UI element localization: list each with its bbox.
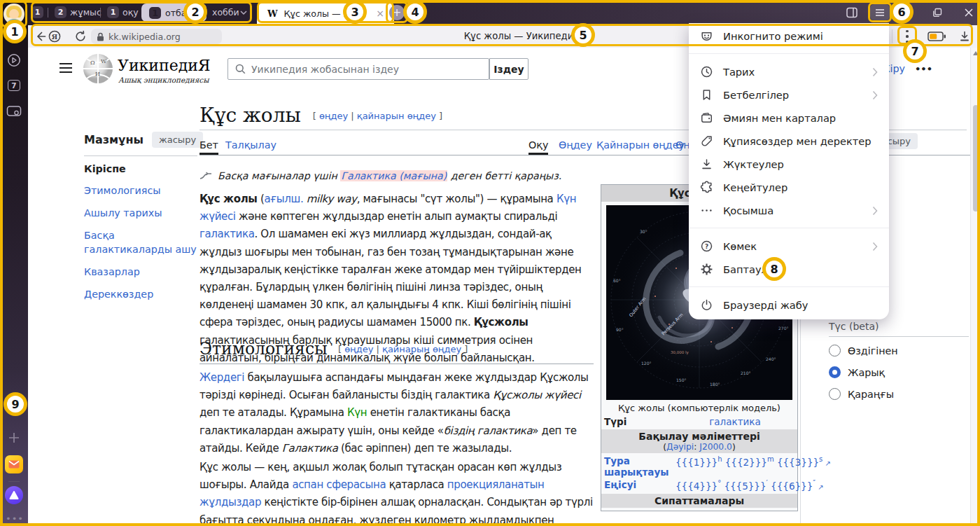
radio-icon[interactable] — [829, 388, 841, 400]
wikipedia-logo-globe[interactable]: Ω W И — [81, 53, 115, 85]
svg-text:180°: 180° — [710, 382, 720, 387]
tab-edit[interactable]: Өңдеу — [559, 139, 592, 151]
tab-close-icon[interactable]: × — [376, 8, 384, 19]
tab-group-3-count[interactable]: 1 — [107, 6, 119, 18]
battery-saver-icon[interactable] — [927, 32, 946, 41]
menu-item-history[interactable]: Тарих — [689, 60, 889, 83]
annotation-circle-3: 3 — [343, 0, 367, 24]
tab-group-2-label[interactable]: жұмыс — [70, 7, 102, 18]
svg-text:90°: 90° — [616, 327, 624, 332]
restore-window-icon[interactable] — [932, 7, 943, 18]
new-tab-button[interactable]: + — [389, 5, 405, 20]
back-icon[interactable] — [34, 29, 48, 43]
toc-hide-button[interactable]: жасыру — [152, 132, 203, 148]
svg-text:120°: 120° — [641, 361, 651, 366]
sidebar-add-icon[interactable] — [8, 431, 20, 444]
tab-edit-source[interactable]: Қайнарын өңдеу — [596, 139, 685, 151]
refresh-icon[interactable] — [74, 29, 88, 43]
toc-item-intro[interactable]: Кіріспе — [84, 163, 197, 174]
menu-item-wallet[interactable]: Әмиян мен карталар — [689, 106, 889, 130]
toc-item[interactable]: Басқа галактикаларды ашу — [84, 228, 197, 256]
menu-item-help[interactable]: ? Көмек — [689, 235, 889, 258]
downloads-toolbar-icon[interactable] — [958, 29, 972, 43]
svg-text:30,000 ly: 30,000 ly — [671, 350, 690, 355]
divider — [48, 8, 48, 18]
title-edit-links[interactable]: [ өңдеу | қайнарын өңдеу ] — [313, 111, 442, 121]
toc-title: Мазмұны — [84, 133, 144, 146]
tab-page[interactable]: Бет — [200, 139, 218, 155]
sidebar-more-icon[interactable]: ••• — [6, 513, 24, 524]
tab-read[interactable]: Оқу — [528, 139, 548, 155]
menu-item-bookmarks[interactable]: Бетбелгілер — [689, 83, 889, 106]
side-panel-icon[interactable] — [846, 6, 858, 19]
appearance-color-title: Түс (beta) — [829, 321, 878, 332]
tab-group-5-label[interactable]: хобби — [212, 7, 239, 18]
toc-item[interactable]: Квазарлар — [84, 265, 197, 279]
hamburger-icon — [875, 8, 885, 17]
annotation-circle-7: 7 — [903, 39, 927, 63]
article-title: Құс жолы [ өңдеу | қайнарын өңдеу ] — [200, 104, 442, 127]
wikipedia-favicon: W — [267, 8, 278, 19]
yandex-icon[interactable]: Я — [48, 29, 62, 43]
svg-text:Я: Я — [52, 33, 58, 41]
url-text: kk.wikipedia.org — [108, 32, 181, 42]
menu-item-downloads[interactable]: Жүктеулер — [689, 153, 889, 176]
divider — [689, 286, 889, 287]
browser-tab[interactable]: W Құс жолы — Уик × — [257, 2, 394, 25]
wikipedia-wordmark[interactable]: УикипедиЯ — [118, 57, 211, 74]
section-edit-links[interactable]: [ өңдеу | қайнарын өңдеу ] — [338, 344, 468, 354]
infobox-row-dec: Еңісуі {{{4}}}° {{{5}}}′ {{{6}}}″ ↗ — [601, 478, 797, 492]
lock-icon — [97, 32, 104, 41]
alice-assistant-icon[interactable] — [5, 486, 23, 504]
article-paragraph: Жердегі бақылаушыға аспандағы мыңдаған ж… — [200, 369, 596, 457]
menu-item-more[interactable]: Қосымша — [689, 199, 889, 222]
wiki-search-button[interactable]: Іздеу — [489, 58, 528, 80]
menu-item-close-browser[interactable]: Браузерді жабу — [689, 293, 889, 317]
radio-option-auto[interactable]: Өздігінен — [829, 345, 898, 357]
close-window-icon[interactable] — [963, 7, 974, 18]
radio-icon-selected[interactable] — [829, 366, 841, 378]
tab-group-2-count[interactable]: 2 — [55, 6, 66, 18]
divider — [689, 53, 889, 54]
chevron-down-icon — [239, 9, 248, 16]
scrollbar-thumb[interactable] — [973, 105, 979, 212]
hatnote: Басқа мағыналар үшін Галактика (мағына) … — [200, 170, 561, 181]
annotation-circle-6: 6 — [890, 0, 913, 24]
toc-item[interactable]: Дереккөздер — [84, 287, 197, 301]
page-scrollbar[interactable] — [970, 48, 980, 526]
yandex-mail-icon[interactable] — [5, 455, 23, 473]
address-bar[interactable]: kk.wikipedia.org — [91, 29, 222, 44]
tab-talk[interactable]: Талқылау — [225, 139, 276, 151]
wiki-hamburger-icon[interactable] — [59, 62, 73, 74]
browser-menu-button[interactable] — [870, 4, 890, 20]
menu-item-passwords[interactable]: Құпиясөздер мен деректер — [689, 130, 889, 153]
tab-counter-button[interactable]: 7 — [8, 80, 20, 91]
browser-sidebar: 7 ••• — [0, 0, 28, 526]
tab-group-3-label[interactable]: оқу — [122, 7, 139, 18]
tab-group-1-count[interactable]: 1 — [31, 6, 43, 18]
divider — [689, 228, 889, 228]
svg-text:60°: 60° — [613, 278, 621, 283]
wiki-search-box[interactable]: Уикипедия жобасынан іздеу — [227, 58, 489, 80]
redirect-icon — [200, 172, 212, 180]
svg-text:Ω: Ω — [90, 60, 95, 66]
annotation-circle-8: 8 — [762, 257, 786, 281]
wikipedia-tagline: Ашық энциклопедиясы — [118, 76, 209, 84]
radio-option-dark[interactable]: Қараңғы — [829, 388, 894, 400]
svg-text:И: И — [95, 71, 100, 77]
menu-item-extensions[interactable]: Кеңейтулер — [689, 176, 889, 199]
personal-more-icon[interactable]: ••• — [915, 64, 932, 74]
annotation-circle-5: 5 — [571, 23, 595, 47]
toc-item[interactable]: Этимологиясы — [84, 184, 197, 198]
toc-item[interactable]: Ашылу тарихы — [84, 206, 197, 220]
section-heading-block: Этимологиясы [ өңдеу | қайнарын өңдеу ] — [200, 339, 594, 364]
radio-icon[interactable] — [829, 345, 841, 357]
divider — [8, 481, 20, 482]
screenshot-icon[interactable] — [6, 105, 22, 118]
video-play-icon[interactable] — [7, 53, 21, 67]
menu-item-incognito[interactable]: Инкогнито режимі — [689, 25, 889, 48]
radio-option-light[interactable]: Жарық — [829, 366, 885, 378]
menu-item-settings[interactable]: Баптаулар — [689, 258, 889, 281]
annotation-circle-4: 4 — [403, 0, 427, 24]
infobox-characteristics-header: Сипаттамалары — [601, 494, 797, 508]
